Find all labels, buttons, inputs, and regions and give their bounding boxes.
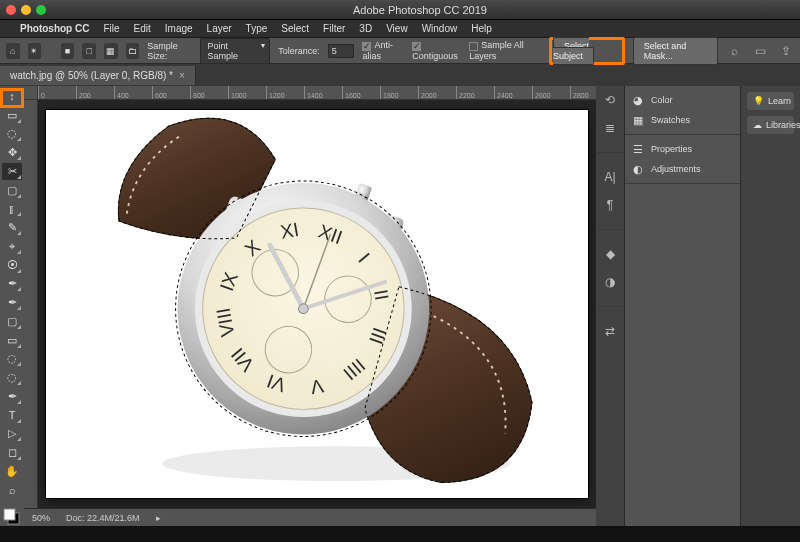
app-menubar: Photoshop CC File Edit Image Layer Type …: [0, 20, 800, 38]
panel-learn[interactable]: 💡Learn: [747, 92, 794, 110]
ruler-horizontal[interactable]: 0200400600800100012001400160018002000220…: [38, 86, 596, 100]
select-and-mask-button[interactable]: Select and Mask...: [633, 37, 718, 65]
menu-filter[interactable]: Filter: [323, 23, 345, 34]
layers-panel-icon[interactable]: ≣: [602, 120, 618, 136]
menu-window[interactable]: Window: [422, 23, 458, 34]
add-selection-icon[interactable]: □: [82, 43, 96, 59]
panel-adjustments[interactable]: ◐Adjustments: [631, 159, 734, 179]
brush-panel-icon[interactable]: ◆: [602, 246, 618, 262]
tool-lasso[interactable]: ◌: [2, 126, 22, 143]
zoom-window-button[interactable]: [36, 5, 46, 15]
home-icon[interactable]: ⌂: [6, 43, 20, 59]
ruler-tick: 400: [114, 86, 129, 100]
ruler-tick: 2400: [494, 86, 513, 100]
ruler-tick: 2000: [418, 86, 437, 100]
collapsed-panel-strip: ⟲ ≣ A| ¶ ◆ ◑ ⇄: [596, 86, 624, 526]
sample-size-label: Sample Size:: [147, 41, 192, 61]
tool-blur[interactable]: ◌: [2, 351, 22, 368]
menu-file[interactable]: File: [103, 23, 119, 34]
tool-frame[interactable]: ⫿: [2, 201, 22, 218]
menu-select[interactable]: Select: [281, 23, 309, 34]
ruler-vertical[interactable]: [24, 100, 38, 508]
zoom-level[interactable]: 50%: [32, 513, 50, 523]
tool-marquee[interactable]: ▭: [2, 107, 22, 124]
ruler-tick: 600: [152, 86, 167, 100]
tool-move[interactable]: ↕: [2, 88, 22, 105]
sample-all-layers-checkbox[interactable]: Sample All Layers: [469, 40, 541, 60]
search-icon[interactable]: ⌕: [726, 43, 742, 59]
doc-info-chevron-icon[interactable]: ▸: [156, 513, 161, 523]
current-tool-icon[interactable]: ✴: [28, 43, 42, 59]
tolerance-label: Tolerance:: [278, 46, 320, 56]
menu-3d[interactable]: 3D: [359, 23, 372, 34]
panel-properties[interactable]: ☰Properties: [631, 139, 734, 159]
watch-image: XIIIIIIIIIIIIVVIVIIVIIIIXXXI: [46, 110, 588, 498]
window-title: Adobe Photoshop CC 2019: [46, 4, 794, 16]
document-tab[interactable]: watch.jpg @ 50% (Layer 0, RGB/8) * ×: [0, 66, 196, 85]
close-tab-icon[interactable]: ×: [179, 70, 185, 81]
lightbulb-icon: 💡: [753, 96, 764, 106]
ruler-tick: 200: [76, 86, 91, 100]
menu-layer[interactable]: Layer: [207, 23, 232, 34]
svg-text:XI: XI: [279, 218, 301, 243]
fg-bg-swatch[interactable]: [2, 508, 22, 526]
character-panel-icon[interactable]: A|: [602, 169, 618, 185]
menu-type[interactable]: Type: [246, 23, 268, 34]
panel-dock: ◕Color ▦Swatches ☰Properties ◐Adjustment…: [624, 86, 740, 526]
tool-zoom[interactable]: ⌕: [2, 482, 22, 499]
ruler-origin[interactable]: [24, 86, 38, 100]
ruler-tick: 1600: [342, 86, 361, 100]
new-selection-icon[interactable]: ■: [61, 43, 75, 59]
select-subject-highlight: Select Subject: [549, 37, 625, 65]
tool-eyedropper[interactable]: ✎: [2, 219, 22, 236]
tool-shape[interactable]: ◻: [2, 444, 22, 461]
document-canvas[interactable]: XIIIIIIIIIIIIVVIVIIVIIIIXXXI: [46, 110, 588, 498]
tool-history-brush[interactable]: ✒: [2, 294, 22, 311]
tool-type[interactable]: T: [2, 407, 22, 424]
ruler-tick: 0: [38, 86, 45, 100]
minimize-window-button[interactable]: [21, 5, 31, 15]
tool-quick-select[interactable]: ✥: [2, 144, 22, 161]
tool-gradient[interactable]: ▭: [2, 332, 22, 349]
paths-panel-icon[interactable]: ⇄: [602, 323, 618, 339]
history-panel-icon[interactable]: ⟲: [602, 92, 618, 108]
paragraph-panel-icon[interactable]: ¶: [602, 197, 618, 213]
anti-alias-checkbox[interactable]: Anti-alias: [362, 40, 404, 60]
tool-path[interactable]: ▷: [2, 426, 22, 443]
intersect-selection-icon[interactable]: 🗀: [126, 43, 140, 59]
menu-help[interactable]: Help: [471, 23, 492, 34]
tool-magic-wand[interactable]: ✂: [2, 163, 22, 180]
properties-icon: ☰: [631, 142, 645, 156]
tool-pen[interactable]: ✒: [2, 388, 22, 405]
tool-stamp[interactable]: ✒: [2, 276, 22, 293]
select-subject-button[interactable]: Select Subject: [553, 37, 594, 65]
share-icon[interactable]: ⇪: [778, 43, 794, 59]
ruler-tick: 2800: [570, 86, 589, 100]
panel-swatches[interactable]: ▦Swatches: [631, 110, 734, 130]
contiguous-checkbox[interactable]: Contiguous: [412, 40, 461, 60]
doc-info[interactable]: Doc: 22.4M/21.6M: [66, 513, 140, 523]
close-window-button[interactable]: [6, 5, 16, 15]
tool-dodge[interactable]: ◌: [2, 369, 22, 386]
tools-panel: ↕ ▭ ◌ ✥ ✂ ▢ ⫿ ✎ ⌖ ⦿ ✒ ✒ ▢ ▭ ◌ ◌ ✒ T ▷ ◻ …: [0, 86, 24, 526]
clone-panel-icon[interactable]: ◑: [602, 274, 618, 290]
canvas-area: 0200400600800100012001400160018002000220…: [24, 86, 596, 526]
tool-brush[interactable]: ⦿: [2, 257, 22, 274]
panel-color[interactable]: ◕Color: [631, 90, 734, 110]
sample-size-select[interactable]: Point Sample: [200, 38, 270, 64]
tolerance-input[interactable]: 5: [328, 44, 355, 58]
adjustments-icon: ◐: [631, 162, 645, 176]
tool-hand[interactable]: ✋: [2, 463, 22, 480]
subtract-selection-icon[interactable]: ▦: [104, 43, 118, 59]
ruler-tick: 1000: [228, 86, 247, 100]
tool-heal[interactable]: ⌖: [2, 238, 22, 255]
menu-view[interactable]: View: [386, 23, 408, 34]
panel-libraries[interactable]: ☁Libraries: [747, 116, 794, 134]
menu-edit[interactable]: Edit: [134, 23, 151, 34]
tool-crop[interactable]: ▢: [2, 182, 22, 199]
canvas-viewport[interactable]: XIIIIIIIIIIIIVVIVIIVIIIIXXXI: [38, 100, 596, 508]
menu-photoshop[interactable]: Photoshop CC: [20, 23, 89, 34]
frame-icon[interactable]: ▭: [752, 43, 768, 59]
menu-image[interactable]: Image: [165, 23, 193, 34]
tool-eraser[interactable]: ▢: [2, 313, 22, 330]
